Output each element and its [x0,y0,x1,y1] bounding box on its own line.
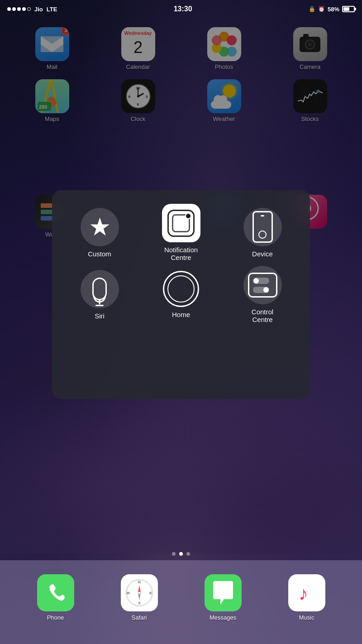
alarm-icon: ⏰ [318,6,325,12]
dock-music[interactable]: ♪ Music [288,574,325,621]
siri-arc [93,296,106,303]
home-label: Home [172,311,190,318]
siri-label: Siri [95,312,105,320]
control-centre-label: ControlCentre [252,308,273,323]
svg-text:♪: ♪ [299,583,308,604]
menu-item-notification-centre[interactable]: NotificationCentre [162,204,200,261]
star-icon: ★ [89,215,111,240]
lock-icon: 🔒 [309,6,315,12]
status-bar: Jio LTE 13:30 🔒 ⏰ 58% [0,0,362,18]
toggle-thumb-1 [253,278,259,284]
toggle-row-2 [253,287,272,293]
menu-item-control-centre[interactable]: ControlCentre [243,266,282,323]
custom-icon: ★ [81,208,119,246]
signal-dots [7,7,31,11]
assistive-touch-menu: ★ Custom NotificationCentre Device [52,190,310,399]
dock-safari-label: Safari [132,614,147,621]
dock-music-label: Music [299,614,314,621]
device-label: Device [252,250,273,258]
dock-phone-label: Phone [47,614,64,621]
home-btn-inner [167,275,195,303]
page-dot-1[interactable] [172,552,176,556]
dot1 [7,7,11,11]
siri-mic-icon [92,278,107,300]
battery-fill [343,7,349,11]
dock-phone[interactable]: Phone [37,574,74,621]
page-dots [172,552,190,556]
custom-label: Custom [88,250,111,258]
toggle-track-2 [253,287,269,293]
dock-messages-icon [205,574,242,611]
control-box [248,273,277,298]
dot3 [17,7,21,11]
dock: Phone N S E W Safari [0,560,362,644]
menu-item-siri[interactable]: Siri [81,270,119,320]
dock-safari-icon: N S E W [121,574,158,611]
svg-text:W: W [126,591,130,595]
siri-icon [81,270,119,308]
toggle-track-1 [253,278,269,284]
dot2 [12,7,16,11]
control-centre-icon [243,266,282,304]
dot5 [27,7,31,11]
menu-item-home[interactable]: Home [163,271,199,318]
battery-text: 58% [328,6,339,13]
status-time: 13:30 [174,5,192,13]
safari-svg: N S E W [124,578,154,608]
messages-svg [211,581,235,605]
svg-text:N: N [138,580,141,584]
carrier-label: Jio [34,6,43,13]
dock-safari[interactable]: N S E W Safari [121,574,158,621]
page-dot-3[interactable] [186,552,190,556]
dock-music-icon: ♪ [288,574,325,611]
notification-centre-label: NotificationCentre [164,246,198,261]
svg-text:E: E [149,591,152,595]
dock-phone-icon [37,574,74,611]
notif-dot [185,213,191,219]
toggle-row-1 [253,278,272,284]
status-right: 🔒 ⏰ 58% [309,6,355,13]
device-phone-icon [252,211,273,243]
dock-messages-label: Messages [210,614,236,621]
notif-outer [167,210,195,237]
menu-item-custom[interactable]: ★ Custom [81,208,119,258]
svg-text:S: S [138,601,141,605]
menu-grid: ★ Custom NotificationCentre Device [61,204,301,385]
device-icon [243,208,282,246]
notification-centre-icon [162,204,200,242]
home-button-icon [163,271,199,307]
status-left: Jio LTE [7,6,57,13]
toggle-thumb-2 [263,287,269,293]
battery-icon [342,6,355,12]
music-svg: ♪ [295,581,319,605]
page-dot-2[interactable] [179,552,183,556]
dot4 [22,7,26,11]
menu-item-device[interactable]: Device [243,208,282,258]
network-label: LTE [47,6,57,13]
phone-svg [45,582,66,603]
dock-messages[interactable]: Messages [205,574,242,621]
